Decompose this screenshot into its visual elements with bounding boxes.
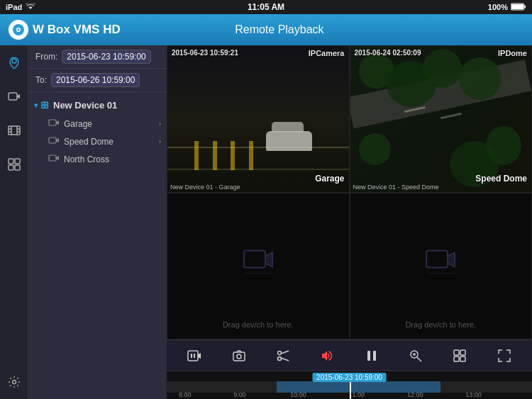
timeline-tick-9: 9:00 [233, 391, 246, 398]
timeline-tick-13: 13:00 [465, 391, 482, 398]
cell2-sublabel: New Device 01 - Speed Dome [353, 184, 439, 191]
sidebar-icon-film[interactable] [3, 119, 26, 142]
tree-channel-north-cross[interactable]: North Cross [28, 150, 167, 168]
wifi-icon [26, 3, 35, 11]
app-logo [9, 20, 28, 40]
channel-cam-icon-garage [48, 118, 60, 129]
svg-point-19 [12, 381, 16, 384]
placeholder-icon-4 [423, 245, 458, 287]
svg-rect-43 [460, 350, 465, 355]
app-title: W Box VMS HD [9, 20, 121, 40]
video-cell-garage: 2015-06-23 10:59:21 IPCamera Garage New … [167, 45, 350, 193]
channel-cam-icon-north-cross [48, 154, 60, 164]
svg-rect-27 [188, 351, 198, 361]
timeline-cursor [350, 380, 351, 399]
timeline-tick-10: 10:00 [290, 391, 306, 398]
svg-rect-23 [244, 251, 265, 268]
timeline-tick-11: 11:00 [349, 391, 365, 398]
video-cell-empty-4: Drag dev/ch to here. [350, 193, 533, 340]
title-bar: W Box VMS HD Remote Playback [0, 14, 532, 45]
snapshot-button[interactable] [225, 343, 253, 369]
svg-point-31 [237, 354, 241, 359]
svg-rect-42 [454, 350, 459, 355]
svg-line-39 [417, 357, 421, 361]
battery-icon [511, 3, 526, 12]
device-label: iPad [6, 3, 22, 11]
aerial-feed-visual [350, 46, 532, 192]
fullscreen-button[interactable] [490, 343, 519, 369]
sidebar-icon-camera[interactable] [3, 85, 26, 108]
svg-rect-8 [9, 126, 20, 135]
svg-rect-17 [9, 165, 13, 170]
svg-rect-25 [426, 251, 448, 268]
cut-button[interactable] [269, 343, 297, 369]
placeholder-icon-3 [240, 245, 276, 287]
channel-garage-label: Garage [64, 119, 92, 129]
device-monitor-icon: ⊞ [40, 99, 49, 111]
from-date[interactable]: 2015-06-23 10:59:00 [62, 50, 150, 64]
svg-rect-20 [49, 120, 56, 125]
pause-button[interactable] [358, 343, 386, 369]
split-button[interactable] [445, 343, 474, 369]
svg-rect-18 [15, 165, 20, 170]
cell2-type-badge: IPDome [498, 49, 527, 57]
tree-channel-garage[interactable]: Garage › [28, 115, 167, 133]
svg-rect-36 [367, 351, 370, 361]
to-date[interactable]: 2015-06-26 10:59:00 [51, 73, 140, 87]
cell2-channel-label: Speed Dome [475, 174, 527, 184]
sidebar-icon-gallery[interactable] [3, 153, 26, 176]
battery-percent: 100% [488, 3, 508, 11]
svg-rect-28 [191, 354, 192, 358]
app-name-label: W Box VMS HD [33, 23, 121, 37]
svg-rect-7 [9, 93, 17, 100]
channel-north-cross-label: North Cross [64, 154, 109, 164]
channel-garage-arrow-icon: › [159, 120, 161, 128]
timeline[interactable]: 2015-06-23 10:59:00 8:00 9:00 10:00 11:0… [167, 371, 532, 399]
svg-rect-2 [524, 5, 526, 8]
from-label: From: [35, 52, 57, 62]
zoom-button[interactable] [401, 343, 430, 369]
status-right: 100% [488, 3, 526, 12]
content-area: 2015-06-23 10:59:21 IPCamera Garage New … [167, 45, 532, 399]
svg-rect-45 [460, 356, 465, 361]
video-cell-speed-dome: 2015-06-24 02:50:09 IPDome Speed Dome Ne… [350, 45, 533, 193]
volume-button[interactable] [313, 343, 341, 369]
tree-channel-speed-dome[interactable]: Speed Dome › [28, 133, 167, 150]
cell2-timestamp: 2015-06-24 02:50:09 [355, 49, 421, 57]
cell1-channel-label: Garage [315, 174, 344, 184]
svg-point-6 [12, 59, 16, 63]
date-from-row: From: 2015-06-23 10:59:00 [28, 45, 167, 69]
page-title: Remote Playback [235, 23, 323, 36]
garage-feed-visual [167, 46, 349, 192]
status-time: 11:05 AM [248, 2, 284, 12]
sidebar-icon-location[interactable] [3, 51, 26, 74]
sidebar-content: From: 2015-06-23 10:59:00 To: 2015-06-26… [28, 45, 167, 399]
svg-rect-22 [49, 155, 56, 161]
device-tree: ▾ ⊞ New Device 01 Garage › [28, 92, 167, 171]
svg-rect-15 [9, 159, 13, 164]
svg-rect-16 [15, 159, 20, 164]
toolbar [167, 339, 532, 371]
status-bar: iPad 11:05 AM 100% [0, 0, 532, 14]
svg-point-33 [277, 351, 281, 354]
svg-point-5 [18, 29, 20, 31]
cell1-type-badge: IPCamera [309, 49, 345, 57]
sidebar-icon-settings[interactable] [3, 371, 26, 393]
cell3-drag-hint: Drag dev/ch to here. [223, 320, 294, 329]
record-button[interactable] [180, 343, 209, 369]
channel-speed-dome-arrow-icon: › [159, 137, 161, 145]
device-name-label: New Device 01 [53, 100, 117, 111]
svg-rect-29 [194, 354, 195, 358]
timeline-current-time: 2015-06-23 10:59:00 [312, 373, 387, 382]
main-layout: From: 2015-06-23 10:59:00 To: 2015-06-26… [0, 45, 532, 399]
svg-rect-21 [49, 137, 56, 143]
tree-device-root[interactable]: ▾ ⊞ New Device 01 [28, 95, 167, 115]
svg-rect-1 [511, 4, 523, 9]
date-to-row: To: 2015-06-26 10:59:00 [28, 69, 167, 92]
svg-point-32 [277, 356, 281, 360]
channel-cam-icon-speed-dome [48, 136, 60, 147]
video-grid: 2015-06-23 10:59:21 IPCamera Garage New … [167, 45, 532, 339]
svg-line-35 [281, 358, 289, 361]
device-chevron-icon: ▾ [34, 101, 38, 109]
timeline-tick-12: 12:00 [407, 391, 423, 398]
